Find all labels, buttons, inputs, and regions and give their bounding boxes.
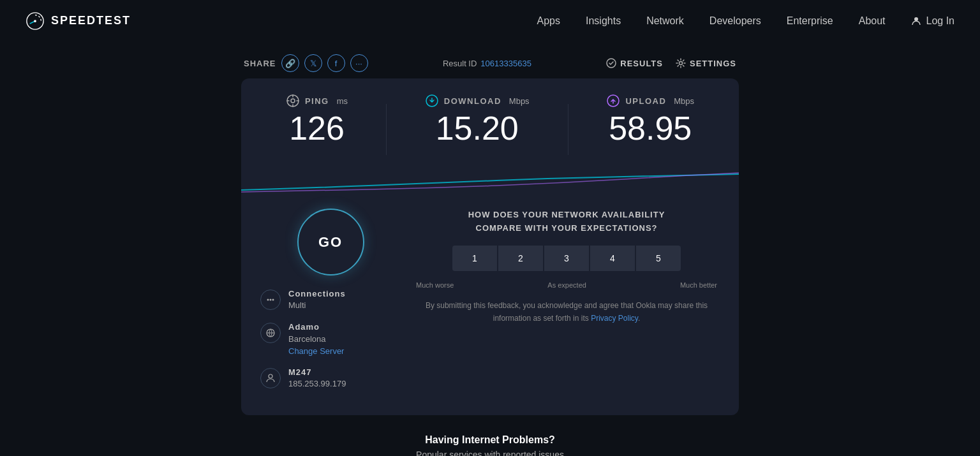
person-icon (260, 368, 281, 388)
problems-title: Having Internet Problems? (241, 434, 739, 446)
globe-icon (260, 323, 281, 343)
svg-point-11 (272, 299, 274, 301)
label-better: Much better (680, 281, 717, 289)
isp-location: Barcelona (288, 334, 344, 345)
nav-insights[interactable]: Insights (586, 15, 621, 26)
connections-icon (260, 290, 281, 310)
logo[interactable]: SPEEDTEST (26, 11, 131, 31)
gear-icon (676, 58, 686, 68)
isp-row: Adamo Barcelona Change Server (260, 321, 401, 356)
connections-value: Multi (288, 300, 346, 311)
result-id-label: Result ID (443, 59, 477, 68)
problems-subtitle: Popular services with reported issues (241, 450, 739, 456)
rating-labels: Much worse As expected Much better (413, 281, 720, 289)
isp-label: Adamo (288, 321, 344, 333)
label-expected: As expected (547, 281, 586, 289)
ping-value: 126 (289, 112, 345, 145)
bottom-section: GO Connections Multi (241, 193, 739, 415)
svg-point-9 (267, 299, 269, 301)
nav-apps[interactable]: Apps (537, 15, 560, 26)
svg-point-2 (914, 17, 918, 21)
info-rows: Connections Multi Adamo (260, 288, 401, 400)
connections-row: Connections Multi (260, 288, 401, 311)
results-button[interactable]: RESULTS (606, 58, 663, 68)
divider-1 (386, 104, 387, 155)
rating-3[interactable]: 3 (544, 246, 589, 271)
isp-info: Adamo Barcelona Change Server (288, 321, 344, 356)
metrics-row: PING ms 126 DOWNLOAD Mbps 15.20 (241, 78, 739, 161)
provider-row: M247 185.253.99.179 (260, 367, 401, 390)
connections-label: Connections (288, 288, 346, 300)
survey-panel: HOW DOES YOUR NETWORK AVAILABILITY COMPA… (413, 209, 720, 400)
download-icon (425, 94, 439, 108)
speed-chart (241, 161, 739, 193)
upload-metric: UPLOAD Mbps 58.95 (606, 94, 694, 145)
user-icon (911, 16, 921, 26)
svg-point-6 (291, 99, 295, 103)
upload-label: UPLOAD (625, 96, 666, 106)
svg-point-1 (34, 20, 36, 22)
divider-2 (568, 104, 568, 155)
survey-title: HOW DOES YOUR NETWORK AVAILABILITY COMPA… (413, 209, 720, 235)
download-metric: DOWNLOAD Mbps 15.20 (425, 94, 530, 145)
login-label: Log In (926, 15, 954, 27)
left-panel: GO Connections Multi (260, 209, 401, 400)
ping-unit: ms (337, 96, 348, 106)
result-id-link[interactable]: 10613335635 (480, 59, 531, 68)
privacy-policy-link[interactable]: Privacy Policy (591, 314, 638, 323)
share-more-icon[interactable]: ··· (350, 54, 368, 72)
result-card: PING ms 126 DOWNLOAD Mbps 15.20 (241, 78, 739, 415)
connections-info: Connections Multi (288, 288, 346, 311)
problems-section: Having Internet Problems? Popular servic… (241, 434, 739, 456)
ping-icon (286, 94, 300, 108)
change-server-link[interactable]: Change Server (288, 346, 344, 356)
rating-row: 1 2 3 4 5 (413, 246, 720, 271)
rating-1[interactable]: 1 (452, 246, 497, 271)
download-label: DOWNLOAD (444, 96, 501, 106)
login-button[interactable]: Log In (911, 15, 954, 27)
ping-metric: PING ms 126 (286, 94, 348, 145)
logo-text: SPEEDTEST (51, 14, 131, 27)
check-circle-icon (606, 58, 616, 68)
ping-label: PING (305, 96, 329, 106)
share-link-icon[interactable]: 🔗 (281, 54, 299, 72)
share-left: SHARE 🔗 𝕏 f ··· (244, 54, 368, 72)
upload-unit: Mbps (674, 96, 694, 106)
share-twitter-icon[interactable]: 𝕏 (304, 54, 322, 72)
rating-4[interactable]: 4 (590, 246, 635, 271)
upload-icon (606, 94, 620, 108)
download-value: 15.20 (436, 112, 519, 145)
speedtest-logo-icon (26, 11, 45, 31)
nav-developers[interactable]: Developers (709, 15, 761, 26)
survey-note: By submitting this feedback, you acknowl… (413, 299, 720, 325)
rating-2[interactable]: 2 (498, 246, 543, 271)
nav-network[interactable]: Network (646, 15, 684, 26)
nav-enterprise[interactable]: Enterprise (787, 15, 833, 26)
share-bar: SHARE 🔗 𝕏 f ··· Result ID 10613335635 RE… (241, 54, 739, 72)
provider-ip: 185.253.99.179 (288, 378, 346, 390)
provider-info: M247 185.253.99.179 (288, 367, 346, 390)
go-button[interactable]: GO (297, 209, 364, 276)
share-label: SHARE (244, 59, 276, 68)
svg-point-10 (270, 299, 272, 301)
provider-label: M247 (288, 367, 346, 378)
main-content: SHARE 🔗 𝕏 f ··· Result ID 10613335635 RE… (0, 41, 980, 456)
nav-about[interactable]: About (859, 15, 886, 26)
share-right: RESULTS SETTINGS (606, 58, 736, 68)
settings-button[interactable]: SETTINGS (676, 58, 736, 68)
download-unit: Mbps (509, 96, 530, 106)
upload-value: 58.95 (609, 112, 692, 145)
nav-links: Apps Insights Network Developers Enterpr… (537, 15, 886, 27)
svg-point-13 (269, 374, 272, 378)
rating-5[interactable]: 5 (636, 246, 681, 271)
result-id-section: Result ID 10613335635 (443, 59, 531, 68)
share-facebook-icon[interactable]: f (327, 54, 345, 72)
svg-point-4 (679, 62, 682, 65)
navbar: SPEEDTEST Apps Insights Network Develope… (0, 0, 980, 41)
label-worse: Much worse (416, 281, 454, 289)
